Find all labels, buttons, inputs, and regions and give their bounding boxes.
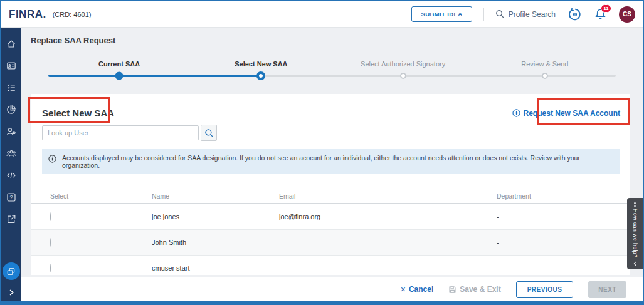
profile-search-label: Profile Search bbox=[509, 10, 556, 19]
cell-department: - bbox=[497, 239, 630, 246]
column-header-email: Email bbox=[279, 192, 497, 200]
external-link-icon[interactable] bbox=[1, 208, 21, 230]
help-icon[interactable]: ? bbox=[1, 186, 21, 208]
table-header-row: Select Name Email Department bbox=[31, 189, 630, 204]
column-header-name: Name bbox=[152, 192, 279, 200]
column-header-select: Select bbox=[50, 192, 152, 200]
profile-search-button[interactable]: Profile Search bbox=[495, 9, 556, 19]
step-label-review-send: Review & Send bbox=[521, 60, 568, 68]
notifications-button[interactable]: 11 bbox=[594, 8, 606, 20]
look-up-user-input[interactable] bbox=[42, 125, 199, 140]
chevron-left-icon bbox=[633, 261, 638, 266]
request-link-label: Request New SAA Account bbox=[524, 109, 620, 118]
help-widget-tab[interactable]: How can we help? bbox=[627, 198, 643, 269]
step-label-select-authorized-signatory: Select Authorized Signatory bbox=[361, 60, 445, 68]
code-icon[interactable] bbox=[1, 164, 21, 186]
cell-name: John Smith bbox=[152, 239, 279, 246]
info-banner-text: Accounts displayed may be considered for… bbox=[62, 154, 614, 169]
step-dot-completed bbox=[115, 72, 124, 80]
submit-idea-button[interactable]: SUBMIT IDEA bbox=[411, 6, 472, 22]
user-search bbox=[31, 123, 630, 141]
search-icon bbox=[204, 128, 214, 138]
step-label-current-saa: Current SAA bbox=[98, 60, 140, 68]
cancel-button[interactable]: × Cancel bbox=[401, 284, 434, 294]
sidebar-bottom bbox=[1, 262, 21, 301]
stepper-track bbox=[48, 75, 616, 77]
table-row: cmuser start - bbox=[31, 256, 630, 275]
panel-header: Select New SAA Request New SAA Account bbox=[31, 94, 630, 123]
cell-department: - bbox=[497, 264, 630, 272]
request-new-saa-account-link[interactable]: Request New SAA Account bbox=[512, 109, 620, 118]
stepper-progress-fill bbox=[48, 75, 261, 77]
save-exit-button[interactable]: Save & Exit bbox=[448, 285, 500, 294]
step-dot-upcoming bbox=[542, 73, 548, 79]
cell-name: joe jones bbox=[152, 213, 279, 220]
sidebar-nav: ? bbox=[1, 28, 21, 301]
close-icon: × bbox=[401, 284, 406, 294]
cell-email: joe@finra.org bbox=[279, 213, 497, 220]
wizard-footer: × Cancel Save & Exit PREVIOUS NEXT bbox=[21, 277, 643, 301]
top-bar: FINRA. (CRD: 4601) SUBMIT IDEA Profile S… bbox=[1, 1, 643, 28]
table-row: John Smith - bbox=[31, 230, 630, 256]
user-settings-icon[interactable] bbox=[1, 120, 21, 142]
finra-logo: FINRA. bbox=[9, 8, 46, 21]
svg-text:?: ? bbox=[9, 194, 13, 200]
app-window: { "header": { "logo_text": "FINRA.", "cr… bbox=[0, 0, 644, 305]
avatar[interactable]: CS bbox=[619, 6, 635, 23]
grip-icon bbox=[634, 202, 636, 207]
recently-viewed-button[interactable] bbox=[568, 8, 582, 21]
checklist-icon[interactable] bbox=[1, 76, 21, 98]
main-content: Replace SAA Request Current SAA Select N… bbox=[21, 28, 643, 301]
select-new-saa-panel: Select New SAA Request New SAA Account bbox=[31, 94, 630, 275]
step-dot-upcoming bbox=[400, 73, 406, 79]
section-title: Select New SAA bbox=[42, 108, 114, 118]
id-card-icon[interactable] bbox=[1, 54, 21, 76]
info-banner: Accounts displayed may be considered for… bbox=[42, 149, 620, 174]
window-switcher-button[interactable] bbox=[3, 262, 20, 280]
page-title: Replace SAA Request bbox=[31, 28, 630, 51]
save-icon bbox=[448, 286, 457, 294]
cell-name: cmuser start bbox=[152, 264, 279, 272]
select-radio[interactable] bbox=[50, 212, 51, 221]
saa-accounts-table: Select Name Email Department joe jones j… bbox=[31, 189, 630, 275]
select-radio[interactable] bbox=[50, 264, 51, 272]
previous-button[interactable]: PREVIOUS bbox=[516, 281, 574, 298]
notification-badge: 11 bbox=[601, 4, 611, 13]
home-icon[interactable] bbox=[1, 33, 21, 54]
help-tab-label: How can we help? bbox=[632, 209, 638, 261]
topbar-divider bbox=[483, 8, 484, 21]
team-icon[interactable] bbox=[1, 142, 21, 164]
save-exit-label: Save & Exit bbox=[460, 285, 500, 294]
plus-circle-icon bbox=[512, 109, 520, 117]
column-header-department: Department bbox=[497, 192, 630, 200]
info-icon bbox=[48, 154, 56, 163]
stepper: Current SAA Select New SAA Select Author… bbox=[48, 58, 616, 86]
crd-label: (CRD: 4601) bbox=[53, 11, 92, 18]
recently-viewed-icon bbox=[568, 8, 582, 21]
pie-chart-icon[interactable] bbox=[1, 98, 21, 120]
search-button[interactable] bbox=[201, 125, 217, 141]
step-dot-active bbox=[256, 71, 265, 80]
expand-chevron-icon[interactable] bbox=[1, 285, 21, 300]
window-switcher-icon bbox=[6, 267, 16, 276]
cell-department: - bbox=[497, 213, 630, 220]
next-button[interactable]: NEXT bbox=[588, 281, 626, 298]
search-icon bbox=[495, 9, 505, 19]
table-row: joe jones joe@finra.org - bbox=[31, 204, 630, 230]
cancel-label: Cancel bbox=[409, 285, 433, 294]
select-radio[interactable] bbox=[50, 238, 51, 247]
workspace: ? Replace SAA Request Current SAA Select… bbox=[1, 28, 643, 301]
step-label-select-new-saa: Select New SAA bbox=[235, 60, 287, 68]
